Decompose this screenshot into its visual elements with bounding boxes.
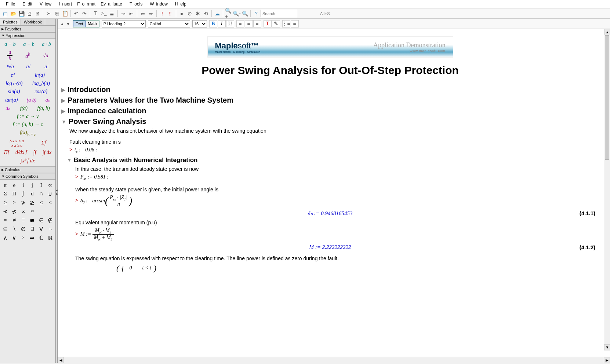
subsection-basic-analysis[interactable]: ▼Basic Analysis with Numerical Integrati… — [67, 157, 599, 164]
symbol-Π[interactable]: Π — [11, 191, 18, 197]
symbol-⊆[interactable]: ⊆ — [2, 226, 8, 232]
expr-sub[interactable]: a − b — [23, 41, 34, 47]
scroll-thumb[interactable] — [605, 35, 609, 160]
redo-icon[interactable]: ↷ — [81, 10, 88, 17]
symbol-π[interactable]: π — [2, 182, 8, 188]
symbol-∉[interactable]: ∉ — [47, 217, 54, 224]
insert-section-icon[interactable]: ≣ — [108, 10, 116, 17]
symbol-∝[interactable]: ∝ — [20, 208, 26, 215]
symbol-=[interactable]: = — [2, 217, 8, 224]
paste-icon[interactable]: 📋 — [61, 10, 69, 17]
indent-icon[interactable]: ⇥ — [120, 10, 127, 17]
mode-math-button[interactable]: Math — [86, 21, 99, 27]
zoom-reset-icon[interactable]: 🔍 — [241, 10, 248, 17]
symbol-≠[interactable]: ≠ — [11, 217, 18, 224]
outdent-icon[interactable]: ⇤ — [128, 10, 135, 17]
font-size-select[interactable]: 16 — [192, 20, 207, 27]
expr-fab[interactable]: f(a, b) — [37, 106, 50, 111]
expr-cos[interactable]: cos(a) — [35, 89, 47, 95]
expr-log10[interactable]: log₁₀(a) — [6, 80, 22, 87]
undo-icon[interactable]: ↶ — [73, 10, 80, 17]
symbol-∩[interactable]: ∩ — [38, 191, 44, 197]
cloud-icon[interactable]: ☁ — [214, 10, 221, 17]
new-icon[interactable]: ▢ — [1, 10, 9, 17]
menu-view[interactable]: View — [35, 1, 54, 7]
debug-icon[interactable]: ⊙ — [186, 10, 193, 17]
scroll-right-icon[interactable]: ▶ — [604, 357, 610, 363]
expr-func2[interactable]: f := (a, b) → z — [13, 122, 43, 128]
symbol-e[interactable]: e — [11, 182, 18, 188]
expr-an[interactable]: aₙ — [6, 105, 10, 111]
highlight-button[interactable]: ✎ — [272, 20, 280, 27]
expr-fact[interactable]: a! — [26, 64, 31, 70]
expr-fa[interactable]: f(a) — [20, 106, 28, 111]
symbol-∖[interactable]: ∖ — [11, 226, 18, 232]
symbol-i[interactable]: i — [20, 182, 26, 188]
expr-exp[interactable]: eᵃ — [11, 72, 15, 78]
expr-ln[interactable]: ln(a) — [35, 72, 45, 78]
symbol-I[interactable]: I — [38, 182, 44, 188]
insert-math-icon[interactable]: >_ — [100, 10, 108, 17]
expr-piecewise[interactable]: {-x x < a x x ≥ a — [10, 139, 24, 147]
expr-abs[interactable]: |a| — [43, 64, 48, 70]
expr-eval[interactable]: f(x)|x = a — [20, 130, 36, 136]
search-input[interactable] — [261, 10, 297, 17]
align-left-button[interactable]: ≡ — [236, 20, 244, 27]
symbol-∀[interactable]: ∀ — [38, 226, 44, 232]
save-icon[interactable]: 💾 — [18, 10, 25, 17]
symbol-∞[interactable]: ∞ — [47, 182, 54, 188]
menu-tools[interactable]: Tools — [125, 1, 145, 7]
scroll-down-icon[interactable]: ▼ — [604, 344, 610, 350]
symbol-∫[interactable]: ∫ — [20, 191, 26, 197]
scroll-left-icon[interactable]: ◀ — [58, 357, 64, 363]
open-icon[interactable]: 📂 — [10, 10, 17, 17]
menu-format[interactable]: Format — [75, 1, 98, 7]
expr-frac[interactable]: ab — [7, 49, 12, 62]
expr-sub-n[interactable]: aₙ — [46, 97, 50, 103]
expr-binom[interactable]: (a b) — [27, 97, 37, 103]
symbol-j[interactable]: j — [29, 182, 36, 188]
underline-button[interactable]: U — [226, 20, 234, 27]
symbol-∃[interactable]: ∃ — [29, 226, 36, 232]
symbol-≮[interactable]: ≮ — [2, 208, 8, 215]
expr-pow[interactable]: ab — [25, 52, 30, 59]
expr-intdx[interactable]: ∫f dx — [43, 150, 51, 155]
symbol-×[interactable]: × — [20, 235, 26, 241]
symbol-≯[interactable]: ≯ — [20, 199, 26, 206]
align-center-button[interactable]: ≡ — [245, 20, 253, 27]
scroll-up-icon[interactable]: ▲ — [604, 29, 610, 35]
tab-palettes[interactable]: Palettes — [0, 19, 21, 25]
font-color-button[interactable]: T — [264, 20, 272, 27]
nav-up-icon[interactable]: ▲ — [60, 22, 64, 26]
bullet-list-button[interactable]: ⋮≡ — [282, 20, 290, 27]
palette-expression-header[interactable]: ▼Expression — [0, 32, 55, 39]
math-input[interactable]: ( { 0 t < t ) — [116, 264, 599, 273]
paragraph-style-select[interactable]: P Heading 2 — [102, 20, 146, 27]
vertical-scrollbar[interactable]: ▲ ▼ — [604, 29, 610, 350]
italic-button[interactable]: I — [218, 20, 226, 27]
forward-icon[interactable]: ⇒ — [147, 10, 155, 17]
palette-favorites-header[interactable]: ▶Favorites — [0, 26, 55, 32]
palette-symbols-header[interactable]: ▼Common Symbols — [0, 173, 55, 180]
print-icon[interactable]: 🖨 — [26, 10, 33, 17]
help-icon[interactable]: ? — [253, 10, 260, 17]
symbol-≈[interactable]: ≈ — [29, 208, 36, 215]
symbol-∈[interactable]: ∈ — [38, 217, 44, 224]
print-preview-icon[interactable]: 🗎 — [34, 10, 41, 17]
math-input[interactable]: >δ0 := arcsin(Pss · |ZT|n) — [75, 195, 599, 207]
expr-prod[interactable]: Πf — [4, 150, 9, 155]
menu-window[interactable]: Window — [145, 1, 170, 7]
symbol-≢[interactable]: ≢ — [29, 217, 36, 224]
expr-nroot[interactable]: ⁿ√a — [7, 64, 14, 70]
menu-insert[interactable]: Insert — [54, 1, 74, 7]
expr-sum[interactable]: Σf — [41, 140, 46, 146]
symbol-∅[interactable]: ∅ — [20, 226, 26, 232]
menu-evaluate[interactable]: Evaluate — [98, 1, 124, 7]
expr-sqrt[interactable]: √a — [43, 53, 48, 59]
document-viewport[interactable]: Maplesoft™ Mathematics • Modeling • Simu… — [58, 29, 610, 357]
symbol-∪[interactable]: ∪ — [47, 191, 54, 197]
expr-mul[interactable]: a · b — [42, 41, 51, 47]
stop-icon[interactable]: ● — [178, 10, 185, 17]
nav-down-icon[interactable]: ▼ — [66, 22, 70, 26]
symbol-Σ[interactable]: Σ — [2, 191, 8, 197]
